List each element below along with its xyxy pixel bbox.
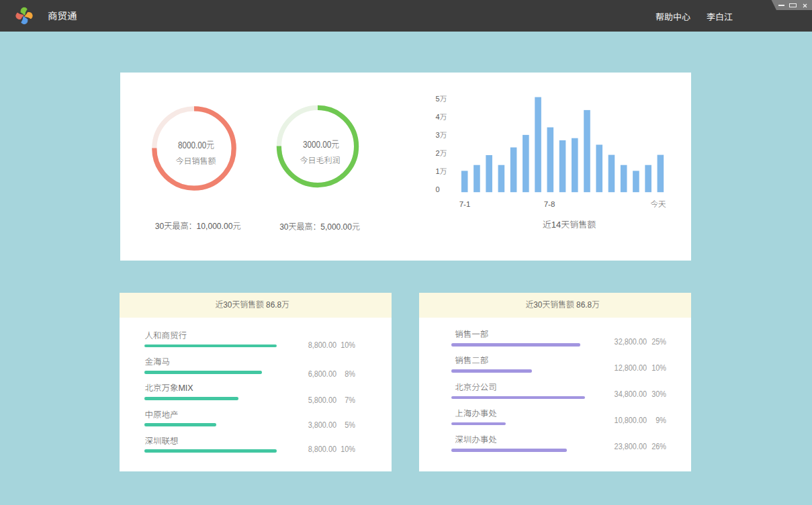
svg-text:2万: 2万 — [435, 149, 447, 157]
svg-text:7-8: 7-8 — [544, 200, 555, 208]
svg-text:7-1: 7-1 — [459, 200, 471, 208]
svg-text:今天: 今天 — [651, 200, 666, 208]
svg-text:4万: 4万 — [435, 113, 447, 121]
svg-text:3万: 3万 — [435, 131, 447, 139]
svg-text:1万: 1万 — [435, 167, 447, 175]
svg-text:0: 0 — [435, 185, 439, 193]
svg-text:5万: 5万 — [435, 95, 447, 103]
